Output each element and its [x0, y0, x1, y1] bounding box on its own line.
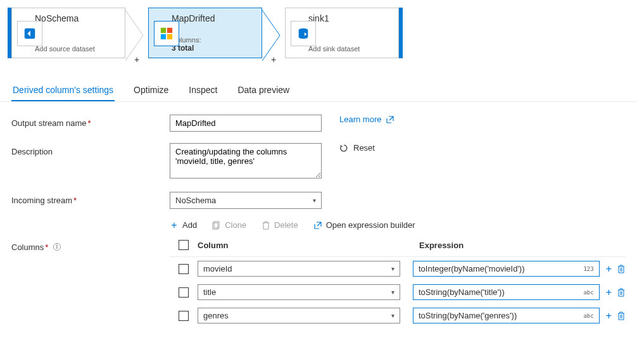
svg-rect-3: [161, 34, 166, 39]
column-name-value: movieId: [203, 264, 232, 273]
svg-rect-4: [167, 34, 172, 39]
expression-value: toString(byName('title')): [419, 287, 505, 297]
flow-connector: +: [125, 8, 148, 61]
chevron-down-icon: ▾: [391, 312, 394, 319]
tab-derived-settings[interactable]: Derived column's settings: [11, 78, 115, 101]
plus-icon: +: [170, 221, 179, 230]
flow-node-sink[interactable]: sink1 Add sink dataset: [285, 8, 403, 58]
columns-label: Columns* i: [11, 236, 170, 327]
row-add-button[interactable]: +: [606, 287, 612, 298]
tab-optimize[interactable]: Optimize: [132, 78, 170, 101]
source-icon: [23, 27, 37, 41]
row-checkbox[interactable]: [179, 287, 189, 298]
flow-node-source[interactable]: NoSchema Add source dataset: [8, 8, 125, 58]
output-stream-label: Output stream name*: [11, 115, 170, 128]
row-delete-button[interactable]: [617, 265, 626, 273]
flow-graph: NoSchema Add source dataset + MapDrifted…: [0, 0, 637, 63]
sink-icon: [296, 27, 310, 41]
settings-tabs: Derived column's settings Optimize Inspe…: [0, 78, 637, 102]
trash-icon: [262, 221, 270, 230]
expression-input[interactable]: toString(byName('genres')) abc: [413, 308, 600, 323]
table-row: movieId ▾ toInteger(byName('movieId')) 1…: [170, 257, 626, 280]
clone-button[interactable]: Clone: [212, 220, 246, 230]
output-stream-input[interactable]: [170, 115, 322, 132]
table-row: title ▾ toString(byName('title')) abc +: [170, 280, 626, 304]
learn-more-link[interactable]: Learn more: [339, 115, 394, 124]
add-step-icon[interactable]: +: [271, 54, 276, 65]
open-expression-builder-button[interactable]: Open expression builder: [313, 220, 415, 230]
type-badge: abc: [583, 313, 593, 319]
row-delete-button[interactable]: [617, 288, 626, 297]
expression-header: Expression: [419, 241, 590, 250]
expression-input[interactable]: toInteger(byName('movieId')) 123: [413, 261, 600, 277]
row-add-button[interactable]: +: [606, 263, 612, 275]
derive-icon: [160, 27, 173, 41]
tab-inspect[interactable]: Inspect: [187, 78, 218, 101]
expression-input[interactable]: toString(byName('title')) abc: [413, 284, 600, 300]
tab-data-preview[interactable]: Data preview: [236, 78, 291, 101]
chevron-down-icon: ▾: [313, 197, 316, 204]
row-checkbox[interactable]: [179, 264, 189, 274]
external-link-icon: [386, 116, 394, 123]
info-icon[interactable]: i: [53, 243, 61, 251]
reset-icon: [339, 144, 348, 153]
column-name-select[interactable]: title ▾: [198, 284, 400, 300]
svg-rect-1: [161, 28, 166, 33]
expression-value: toInteger(byName('movieId')): [419, 264, 525, 273]
type-badge: 123: [583, 266, 593, 272]
incoming-stream-select[interactable]: NoSchema ▾: [170, 192, 322, 209]
description-input[interactable]: Creating/updating the columns 'movieId, …: [170, 143, 322, 179]
row-add-button[interactable]: +: [606, 310, 612, 322]
row-delete-button[interactable]: [617, 311, 626, 320]
add-button[interactable]: + Add: [170, 220, 197, 230]
external-link-icon: [313, 221, 322, 230]
column-header: Column: [198, 241, 407, 250]
column-name-select[interactable]: genres ▾: [198, 308, 400, 323]
chevron-down-icon: ▾: [391, 289, 394, 296]
columns-toolbar: + Add Clone Delete Open expression build…: [170, 220, 626, 230]
expression-value: toString(byName('genres')): [419, 311, 517, 320]
chevron-down-icon: ▾: [391, 265, 394, 272]
flow-node-derive[interactable]: MapDrifted Columns: 3 total: [148, 8, 262, 58]
columns-table: Column Expression movieId ▾ toInteger(by…: [170, 236, 626, 327]
select-all-checkbox[interactable]: [179, 240, 189, 250]
column-name-value: title: [203, 287, 216, 297]
copy-icon: [212, 221, 221, 230]
reset-button[interactable]: Reset: [339, 143, 375, 153]
add-step-icon[interactable]: +: [134, 54, 139, 65]
type-badge: abc: [583, 289, 593, 296]
table-row: genres ▾ toString(byName('genres')) abc …: [170, 304, 626, 327]
flow-connector: +: [262, 8, 285, 61]
column-name-select[interactable]: movieId ▾: [198, 261, 400, 277]
svg-rect-2: [167, 28, 172, 33]
row-checkbox[interactable]: [179, 311, 189, 321]
incoming-stream-label: Incoming stream*: [11, 192, 170, 205]
delete-button[interactable]: Delete: [262, 220, 298, 230]
description-label: Description: [11, 143, 170, 156]
column-name-value: genres: [203, 311, 229, 320]
